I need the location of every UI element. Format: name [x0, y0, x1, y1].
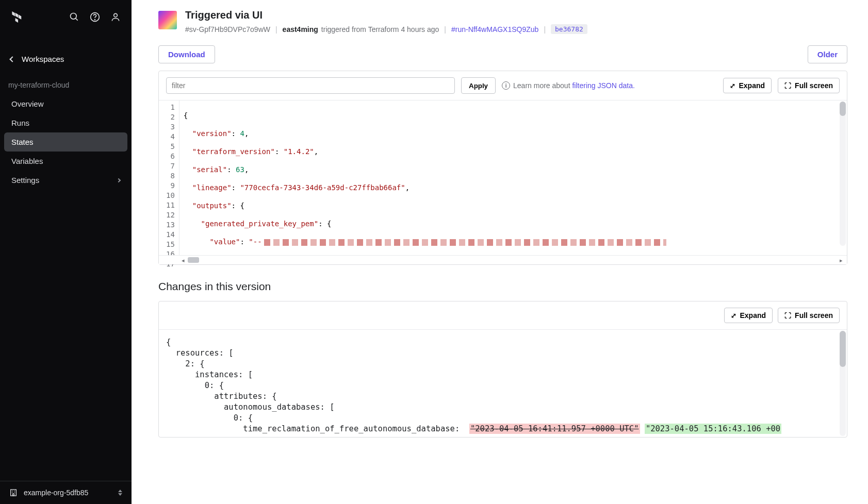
terraform-logo-icon[interactable] [11, 11, 23, 23]
trigger-description: triggered from Terraform 4 hours ago [321, 25, 439, 33]
changes-section-title: Changes in this version [158, 280, 847, 293]
sidebar-top-bar [0, 0, 132, 34]
fullscreen-icon: ⛶ [784, 82, 791, 90]
sidebar: Workspaces my-terraform-cloud Overview R… [0, 0, 132, 504]
nav-states[interactable]: States [4, 132, 127, 152]
older-button[interactable]: Older [808, 45, 847, 63]
chevron-right-icon [117, 178, 121, 182]
code-body[interactable]: { "version": 4, "terraform_version": "1.… [179, 100, 847, 255]
line-gutter: 1234567891011121314151617 [159, 100, 179, 255]
page-meta: #sv-Gpf7Hb9DVPc7o9wW | east4ming trigger… [185, 24, 847, 34]
diff-body[interactable]: { resources: [ 2: { instances: [ 0: { at… [159, 330, 847, 437]
back-label: Workspaces [22, 55, 64, 63]
learn-more-text: i Learn more about filtering JSON data. [502, 81, 716, 90]
org-switcher[interactable]: example-org-5dfb85 [0, 481, 132, 504]
code-area: 1234567891011121314151617 { "version": 4… [159, 100, 847, 255]
svg-point-3 [95, 20, 95, 20]
redacted-value [264, 239, 666, 246]
expand-icon: ⤢ [730, 82, 735, 90]
filter-input[interactable] [166, 77, 455, 94]
back-to-workspaces[interactable]: Workspaces [0, 49, 132, 69]
search-icon[interactable] [69, 11, 80, 23]
commit-badge[interactable]: be36782 [551, 24, 587, 34]
expand-icon: ⤢ [731, 312, 736, 320]
workspace-breadcrumb: my-terraform-cloud [0, 69, 132, 94]
footer-org-name: example-org-5dfb85 [24, 489, 112, 497]
triggered-by-user: east4ming [283, 25, 318, 33]
svg-rect-10 [13, 494, 14, 496]
horizontal-scrollbar[interactable]: ◂ ▸ [159, 255, 847, 264]
svg-rect-5 [11, 490, 17, 496]
diff-fullscreen-button[interactable]: ⛶ Full screen [778, 308, 840, 323]
updown-icon [118, 490, 122, 496]
user-icon[interactable] [110, 11, 121, 23]
action-row: Download Older [158, 45, 847, 63]
viewer-toolbar: Apply i Learn more about filtering JSON … [159, 71, 847, 100]
chevron-left-icon [9, 56, 15, 62]
diff-expand-button[interactable]: ⤢ Expand [724, 308, 773, 323]
state-json-viewer: Apply i Learn more about filtering JSON … [158, 71, 847, 265]
apply-button[interactable]: Apply [461, 77, 496, 94]
fullscreen-button[interactable]: ⛶ Full screen [778, 78, 840, 93]
filtering-docs-link[interactable]: filtering JSON data. [572, 81, 634, 90]
state-version-id: #sv-Gpf7Hb9DVPc7o9wW [185, 25, 270, 33]
fullscreen-icon: ⛶ [784, 312, 791, 320]
nav-runs[interactable]: Runs [4, 113, 127, 132]
svg-point-0 [71, 13, 77, 20]
diff-toolbar: ⤢ Expand ⛶ Full screen [159, 301, 847, 330]
page-header: Triggered via UI #sv-Gpf7Hb9DVPc7o9wW | … [158, 9, 847, 34]
nav-overview[interactable]: Overview [4, 94, 127, 113]
main-content: Triggered via UI #sv-Gpf7Hb9DVPc7o9wW | … [132, 0, 868, 504]
help-icon[interactable] [89, 11, 101, 23]
organization-icon [9, 489, 18, 497]
download-button[interactable]: Download [158, 45, 215, 63]
diff-viewer: ⤢ Expand ⛶ Full screen { resources: [ 2:… [158, 301, 847, 438]
page-title: Triggered via UI [185, 9, 847, 21]
diff-vertical-scrollbar[interactable] [840, 331, 846, 436]
run-link[interactable]: #run-Nff4wMAGX1SQ9Zub [451, 25, 538, 33]
nav-list: Overview Runs States Variables Settings [0, 94, 132, 190]
expand-button[interactable]: ⤢ Expand [723, 78, 772, 93]
diff-added-value: "2023-04-05 15:16:43.106 +00 [645, 424, 781, 434]
svg-point-4 [114, 13, 118, 17]
info-icon: i [502, 81, 510, 90]
avatar [158, 11, 177, 29]
diff-removed-value: "2023-04-05 16:41:11.957 +0000 UTC" [469, 424, 640, 434]
nav-settings[interactable]: Settings [4, 171, 127, 190]
svg-line-1 [76, 19, 78, 21]
vertical-scrollbar[interactable] [840, 102, 846, 246]
nav-variables[interactable]: Variables [4, 152, 127, 171]
